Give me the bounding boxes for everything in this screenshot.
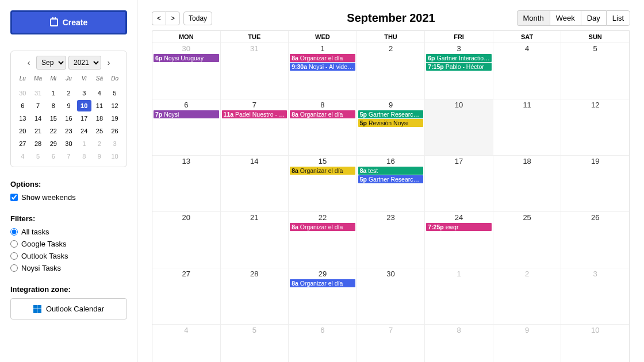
- calendar-cell[interactable]: 28: [221, 268, 289, 324]
- calendar-cell[interactable]: 26: [561, 211, 630, 268]
- calendar-cell[interactable]: 2: [357, 43, 425, 99]
- event[interactable]: 9:30a Noysi - AI video analy: [290, 63, 355, 71]
- filter-radio[interactable]: [10, 240, 18, 248]
- outlook-calendar-button[interactable]: Outlook Calendar: [10, 298, 127, 319]
- calendar-cell[interactable]: 18a Organizar el día9:30a Noysi - AI vid…: [289, 43, 357, 99]
- view-week[interactable]: Week: [550, 10, 581, 26]
- mini-day[interactable]: 20: [16, 125, 30, 137]
- event[interactable]: 6p Noysi Uruguay: [154, 54, 219, 62]
- calendar-cell[interactable]: 306p Noysi Uruguay: [152, 43, 221, 99]
- event[interactable]: 8a Organizar el día: [290, 54, 355, 62]
- filter-radio[interactable]: [10, 264, 18, 272]
- mini-day[interactable]: 7: [31, 100, 45, 111]
- calendar-cell[interactable]: 3: [561, 268, 630, 324]
- calendar-cell[interactable]: 36p Gartner Interaction – (Re7:15p Pablo…: [425, 43, 493, 99]
- event[interactable]: 8a Organizar el día: [290, 110, 355, 118]
- calendar-cell[interactable]: 1: [425, 268, 493, 324]
- mini-day[interactable]: 29: [46, 138, 60, 149]
- calendar-cell[interactable]: 13: [152, 155, 221, 211]
- filter-radio[interactable]: [10, 252, 18, 260]
- filter-radio[interactable]: [10, 228, 18, 236]
- calendar-cell[interactable]: 25: [493, 211, 562, 268]
- calendar-cell[interactable]: 168a test5p Gartner Research Conne: [357, 155, 425, 211]
- mini-day[interactable]: 3: [77, 87, 91, 99]
- calendar-cell[interactable]: 88a Organizar el día: [289, 99, 357, 155]
- calendar-cell[interactable]: 4: [152, 324, 221, 362]
- calendar-cell[interactable]: 18: [493, 155, 562, 211]
- calendar-cell[interactable]: 5: [561, 43, 630, 99]
- filter-option[interactable]: Google Tasks: [10, 240, 127, 248]
- mini-day[interactable]: 21: [31, 125, 45, 137]
- calendar-cell[interactable]: 711a Padel Nuestro - Noysi: [221, 99, 289, 155]
- mini-day[interactable]: 4: [93, 87, 107, 99]
- calendar-cell[interactable]: 11: [493, 99, 562, 155]
- calendar-cell[interactable]: 30: [357, 268, 425, 324]
- mini-day[interactable]: 14: [31, 113, 45, 124]
- calendar-cell[interactable]: 23: [357, 211, 425, 268]
- calendar-cell[interactable]: 158a Organizar el día: [289, 155, 357, 211]
- calendar-cell[interactable]: 10: [561, 324, 630, 362]
- calendar-cell[interactable]: 21: [221, 211, 289, 268]
- event[interactable]: 6p Gartner Interaction – (Re: [426, 54, 492, 62]
- mini-day[interactable]: 10: [108, 151, 122, 162]
- mini-day[interactable]: 16: [62, 113, 76, 124]
- mini-next-button[interactable]: ›: [103, 58, 114, 67]
- event[interactable]: 11a Padel Nuestro - Noysi: [222, 110, 288, 118]
- mini-day[interactable]: 8: [46, 100, 60, 111]
- filter-option[interactable]: All tasks: [10, 228, 127, 236]
- mini-day[interactable]: 30: [62, 138, 76, 149]
- mini-day[interactable]: 31: [31, 87, 45, 99]
- event[interactable]: 5p Gartner Research Conne: [358, 110, 424, 118]
- mini-day[interactable]: 30: [16, 87, 30, 99]
- mini-day[interactable]: 15: [46, 113, 60, 124]
- mini-day[interactable]: 22: [46, 125, 60, 137]
- calendar-cell[interactable]: 95p Gartner Research Conne5p Revisión No…: [357, 99, 425, 155]
- calendar-cell[interactable]: 298a Organizar el día: [289, 268, 357, 324]
- mini-day[interactable]: 2: [93, 138, 107, 149]
- mini-day[interactable]: 23: [62, 125, 76, 137]
- calendar-cell[interactable]: 12: [561, 99, 630, 155]
- mini-day[interactable]: 26: [108, 125, 122, 137]
- event[interactable]: 8a Organizar el día: [290, 167, 355, 175]
- calendar-cell[interactable]: 17: [425, 155, 493, 211]
- mini-day[interactable]: 12: [108, 100, 122, 111]
- calendar-cell[interactable]: 228a Organizar el día: [289, 211, 357, 268]
- calendar-cell[interactable]: 5: [221, 324, 289, 362]
- event[interactable]: 8a Organizar el día: [290, 223, 355, 231]
- show-weekends-checkbox[interactable]: [10, 194, 18, 201]
- today-button[interactable]: Today: [183, 11, 212, 25]
- calendar-cell[interactable]: 67p Noysi: [152, 99, 221, 155]
- calendar-cell[interactable]: 4: [493, 43, 562, 99]
- event[interactable]: 8a test: [358, 167, 424, 175]
- calendar-cell[interactable]: 31: [221, 43, 289, 99]
- mini-day[interactable]: 17: [77, 113, 91, 124]
- mini-day[interactable]: 5: [31, 151, 45, 162]
- view-month[interactable]: Month: [517, 10, 550, 26]
- mini-prev-button[interactable]: ‹: [24, 58, 34, 67]
- mini-day[interactable]: 18: [93, 113, 107, 124]
- calendar-cell[interactable]: 247:25p ewqr: [425, 211, 493, 268]
- filter-option[interactable]: Noysi Tasks: [10, 264, 127, 272]
- event[interactable]: 5p Revisión Noysi: [358, 119, 424, 127]
- event[interactable]: 8a Organizar el día: [290, 279, 355, 287]
- calendar-cell[interactable]: 10: [425, 99, 493, 155]
- filter-option[interactable]: Outlook Tasks: [10, 252, 127, 260]
- calendar-cell[interactable]: 9: [493, 324, 562, 362]
- calendar-cell[interactable]: 19: [561, 155, 630, 211]
- calendar-cell[interactable]: 20: [152, 211, 221, 268]
- calendar-cell[interactable]: 2: [493, 268, 562, 324]
- mini-day[interactable]: 3: [108, 138, 122, 149]
- next-button[interactable]: >: [166, 11, 180, 25]
- event[interactable]: 5p Gartner Research Conne: [358, 175, 424, 183]
- mini-day[interactable]: 5: [108, 87, 122, 99]
- mini-day[interactable]: 11: [93, 100, 107, 111]
- mini-day[interactable]: 25: [93, 125, 107, 137]
- calendar-cell[interactable]: 8: [425, 324, 493, 362]
- mini-day[interactable]: 2: [62, 87, 76, 99]
- mini-day[interactable]: 1: [46, 87, 60, 99]
- event[interactable]: 7:15p Pablo - Héctor: [426, 63, 492, 71]
- prev-button[interactable]: <: [152, 11, 166, 25]
- event[interactable]: 7p Noysi: [154, 110, 219, 118]
- mini-day[interactable]: 19: [108, 113, 122, 124]
- mini-day[interactable]: 6: [16, 100, 30, 111]
